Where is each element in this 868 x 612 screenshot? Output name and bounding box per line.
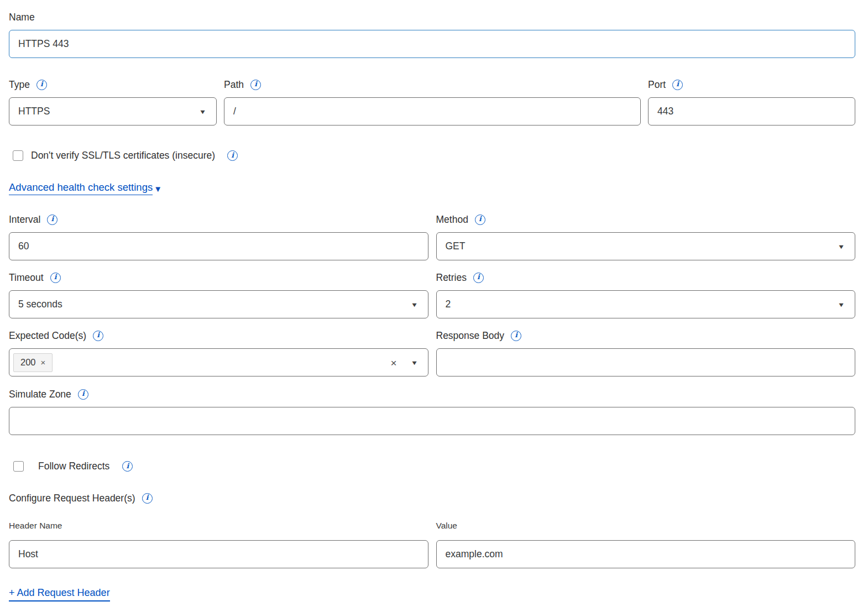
- method-field: Method i GET ▼: [436, 213, 856, 260]
- method-select-value: GET: [446, 240, 466, 252]
- retries-info-icon[interactable]: i: [473, 273, 484, 283]
- header-value-label: Value: [436, 520, 856, 531]
- name-input[interactable]: [9, 30, 855, 58]
- header-name-input[interactable]: [9, 540, 428, 568]
- expected-code-tag-text: 200: [20, 357, 36, 368]
- expected-codes-label-text: Expected Code(s): [9, 329, 86, 342]
- port-label-text: Port: [648, 79, 666, 91]
- interval-field: Interval i: [9, 213, 428, 260]
- request-headers-info-icon[interactable]: i: [142, 493, 153, 504]
- interval-label: Interval i: [9, 213, 428, 226]
- response-body-label-text: Response Body: [436, 329, 505, 342]
- add-request-header-link[interactable]: + Add Request Header: [9, 587, 110, 601]
- interval-info-icon[interactable]: i: [47, 215, 57, 225]
- tag-remove-icon[interactable]: ×: [41, 358, 46, 367]
- simulate-zone-label: Simulate Zone i: [9, 388, 855, 400]
- follow-redirects-row: Follow Redirects i: [9, 461, 855, 472]
- path-label: Path i: [224, 79, 641, 91]
- interval-input[interactable]: [9, 232, 428, 260]
- response-body-input[interactable]: [436, 348, 856, 376]
- simulate-zone-field: Simulate Zone i: [9, 388, 855, 435]
- type-label: Type i: [9, 79, 217, 91]
- clear-all-icon[interactable]: ×: [390, 357, 396, 368]
- ssl-verify-label: Don't verify SSL/TLS certificates (insec…: [31, 150, 215, 161]
- timeout-select-value: 5 seconds: [18, 299, 62, 310]
- triangle-down-icon: ▼: [154, 184, 162, 193]
- chevron-down-icon[interactable]: ▼: [410, 359, 418, 366]
- expected-codes-field: Expected Code(s) i 200 × × ▼: [9, 329, 428, 376]
- expected-code-tag: 200 ×: [13, 353, 53, 372]
- type-select[interactable]: HTTPS ▼: [9, 97, 217, 125]
- advanced-settings-link[interactable]: Advanced health check settings ▼: [9, 181, 162, 195]
- path-field: Path i: [224, 79, 641, 125]
- expected-codes-multiselect[interactable]: 200 × × ▼: [9, 348, 428, 376]
- follow-redirects-info-icon[interactable]: i: [122, 461, 133, 472]
- chevron-down-icon: ▼: [199, 108, 207, 115]
- chevron-down-icon: ▼: [838, 243, 845, 250]
- header-name-field: Header Name: [9, 520, 428, 568]
- method-select[interactable]: GET ▼: [436, 232, 856, 260]
- chevron-down-icon: ▼: [410, 301, 418, 308]
- timeout-field: Timeout i 5 seconds ▼: [9, 271, 428, 318]
- response-body-info-icon[interactable]: i: [511, 331, 521, 341]
- method-label-text: Method: [436, 213, 468, 226]
- ssl-verify-row: Don't verify SSL/TLS certificates (insec…: [9, 150, 855, 161]
- chevron-down-icon: ▼: [838, 301, 845, 308]
- header-value-input[interactable]: [436, 540, 856, 568]
- retries-select[interactable]: 2 ▼: [436, 290, 856, 318]
- method-info-icon[interactable]: i: [475, 215, 485, 225]
- interval-label-text: Interval: [9, 213, 40, 226]
- add-request-header-link-text: + Add Request Header: [9, 587, 110, 601]
- header-name-label: Header Name: [9, 520, 428, 531]
- response-body-field: Response Body i: [436, 329, 856, 376]
- name-label: Name: [9, 11, 855, 23]
- method-label: Method i: [436, 213, 856, 226]
- timeout-label-text: Timeout: [9, 271, 44, 284]
- response-body-label: Response Body i: [436, 329, 856, 342]
- request-headers-label-text: Configure Request Header(s): [9, 492, 135, 504]
- header-value-field: Value: [436, 520, 856, 568]
- simulate-zone-input[interactable]: [9, 407, 855, 435]
- retries-field: Retries i 2 ▼: [436, 271, 856, 318]
- follow-redirects-label: Follow Redirects: [38, 461, 109, 472]
- request-headers-label: Configure Request Header(s) i: [9, 492, 855, 504]
- advanced-settings-link-text: Advanced health check settings: [9, 181, 153, 195]
- follow-redirects-checkbox[interactable]: [13, 461, 24, 472]
- type-info-icon[interactable]: i: [36, 80, 47, 90]
- port-label: Port i: [648, 79, 855, 91]
- type-select-value: HTTPS: [18, 106, 50, 117]
- ssl-verify-info-icon[interactable]: i: [227, 150, 238, 161]
- ssl-verify-checkbox[interactable]: [13, 150, 23, 161]
- retries-select-value: 2: [446, 299, 451, 310]
- port-info-icon[interactable]: i: [672, 80, 683, 90]
- path-label-text: Path: [224, 79, 244, 91]
- path-info-icon[interactable]: i: [250, 80, 261, 90]
- timeout-label: Timeout i: [9, 271, 428, 284]
- simulate-zone-label-text: Simulate Zone: [9, 388, 71, 400]
- port-field: Port i: [648, 79, 855, 125]
- port-input[interactable]: [648, 97, 855, 125]
- timeout-select[interactable]: 5 seconds ▼: [9, 290, 428, 318]
- retries-label: Retries i: [436, 271, 856, 284]
- retries-label-text: Retries: [436, 271, 467, 284]
- simulate-zone-info-icon[interactable]: i: [78, 389, 88, 400]
- expected-codes-info-icon[interactable]: i: [93, 331, 103, 341]
- path-input[interactable]: [224, 97, 641, 125]
- type-field: Type i HTTPS ▼: [9, 79, 217, 125]
- expected-codes-label: Expected Code(s) i: [9, 329, 428, 342]
- health-check-form: { "form": { "name": { "label": "Name", "…: [0, 0, 868, 612]
- timeout-info-icon[interactable]: i: [50, 273, 61, 283]
- name-label-text: Name: [9, 11, 35, 23]
- type-label-text: Type: [9, 79, 30, 91]
